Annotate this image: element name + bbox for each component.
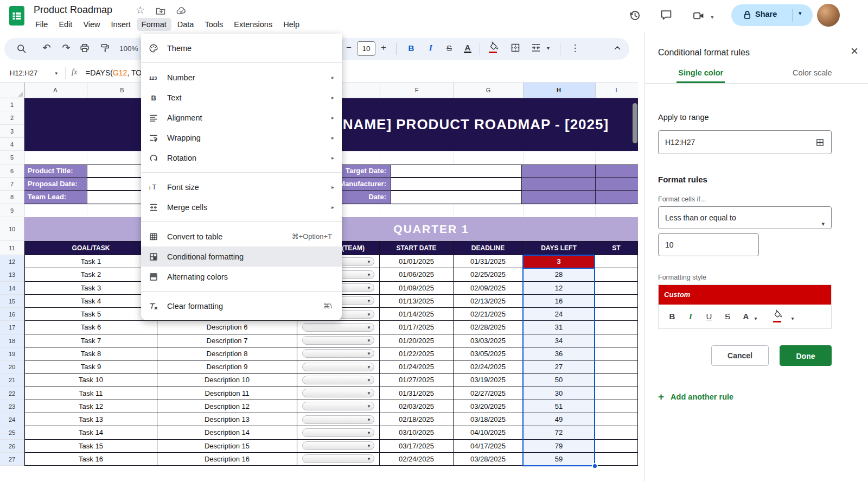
deadline-cell[interactable]: 03/05/2025 [454,347,523,360]
days-left-cell[interactable]: 12 [523,282,595,295]
share-menu-caret-icon[interactable]: ▾ [799,10,802,17]
close-icon[interactable]: × [851,45,858,58]
deadline-cell[interactable]: 03/03/2025 [454,334,523,347]
row-header-9[interactable]: 9 [0,204,24,217]
deadline-cell[interactable]: 02/13/2025 [454,295,523,308]
start-date-cell[interactable]: 01/17/2025 [380,321,454,334]
fill-color-caret-icon[interactable]: ▾ [787,313,799,325]
task-cell[interactable]: Task 3 [24,282,157,295]
start-date-cell[interactable]: 03/10/2025 [380,426,454,439]
text-color-icon[interactable]: A [461,43,474,56]
team-cell[interactable]: ▼ [297,413,380,426]
row-header-11[interactable]: 11 [0,241,24,255]
deadline-cell[interactable]: 03/28/2025 [454,453,523,466]
menu-tools[interactable]: Tools [200,18,228,31]
format-menu-item-font-size[interactable]: tTFont size▸ [141,177,342,197]
row-header-8[interactable]: 8 [0,191,24,204]
zoom-control[interactable]: 100% [119,45,138,53]
status-cell[interactable] [595,347,638,360]
team-dropdown[interactable]: ▼ [302,323,374,332]
days-left-cell[interactable]: 51 [523,400,595,413]
team-cell[interactable]: ▼ [297,374,380,387]
task-cell[interactable]: Task 15 [24,440,157,453]
days-left-cell[interactable]: 3 [523,255,595,268]
start-date-cell[interactable]: 01/22/2025 [380,347,454,360]
name-box[interactable]: H12:H27 ▾ [4,66,61,80]
borders-icon[interactable] [510,42,523,55]
undo-icon[interactable]: ↶ [40,42,53,55]
task-cell[interactable]: Task 13 [24,413,157,426]
task-cell[interactable]: Task 4 [24,295,157,308]
condition-value-input[interactable]: 10 [658,233,759,256]
table-header-days-left[interactable]: DAYS LEFT [523,241,595,255]
format-menu-item-alignment[interactable]: Alignment▸ [141,107,342,128]
star-icon[interactable]: ☆ [136,5,145,16]
team-cell[interactable]: ▼ [297,334,380,347]
team-dropdown[interactable]: ▼ [302,363,374,371]
row-header-19[interactable]: 19 [0,347,24,360]
table-header-start-date[interactable]: START DATE [380,241,454,255]
text-color-caret-icon[interactable]: ▾ [750,313,762,325]
format-menu-item-alternating-colors[interactable]: Alternating colors [141,267,342,287]
row-header-26[interactable]: 26 [0,440,24,453]
row-header-14[interactable]: 14 [0,282,24,295]
description-cell[interactable]: Description 14 [157,426,297,439]
format-menu-item-convert-to-table[interactable]: Convert to table⌘+Option+T [141,226,342,246]
cancel-button[interactable]: Cancel [711,345,769,366]
deadline-cell[interactable]: 02/24/2025 [454,360,523,374]
days-left-cell[interactable]: 31 [523,321,595,334]
team-dropdown[interactable]: ▼ [302,349,374,358]
description-cell[interactable]: Description 13 [157,413,297,426]
move-folder-icon[interactable] [155,6,166,17]
format-menu-item-theme[interactable]: Theme [141,38,342,58]
format-menu-item-wrapping[interactable]: Wrapping▸ [141,128,342,148]
start-date-cell[interactable]: 01/14/2025 [380,308,454,321]
table-header-goal-task[interactable]: GOAL/TASK [24,241,157,255]
task-cell[interactable]: Task 7 [24,334,157,347]
fill-handle[interactable] [592,463,598,469]
status-cell[interactable] [595,255,638,268]
team-dropdown[interactable]: ▼ [302,415,374,424]
strikethrough-icon[interactable]: S [722,311,733,322]
row-header-25[interactable]: 25 [0,426,24,439]
paint-format-icon[interactable] [100,43,113,56]
row-header-6[interactable]: 6 [0,164,24,178]
deadline-cell[interactable]: 02/27/2025 [454,387,523,400]
col-header-H[interactable]: H [551,83,567,98]
fill-color-icon[interactable] [773,309,784,321]
status-cell[interactable] [595,453,638,466]
col-header-B[interactable]: B [114,83,130,98]
row-header-7[interactable]: 7 [0,178,24,191]
col-header-I[interactable]: I [608,83,624,98]
days-left-cell[interactable]: 27 [523,360,595,374]
team-dropdown[interactable]: ▼ [302,441,374,450]
days-left-cell[interactable]: 34 [523,334,595,347]
row-header-4[interactable]: 4 [0,138,24,151]
description-cell[interactable]: Description 15 [157,440,297,453]
start-date-cell[interactable]: 01/20/2025 [380,334,454,347]
name-box-caret-icon[interactable]: ▾ [55,66,58,80]
deadline-cell[interactable]: 03/19/2025 [454,374,523,387]
table-header-deadline[interactable]: DEADLINE [454,241,523,255]
days-left-cell[interactable]: 28 [523,268,595,281]
font-size-input[interactable]: 10 [357,41,375,56]
description-cell[interactable]: Description 16 [157,453,297,466]
row-header-3[interactable]: 3 [0,125,24,138]
deadline-cell[interactable]: 04/10/2025 [454,426,523,439]
info-input-cell[interactable] [391,178,522,191]
font-increase-icon[interactable]: + [381,42,386,53]
status-cell[interactable] [595,282,638,295]
team-cell[interactable]: ▼ [297,453,380,466]
team-cell[interactable]: ▼ [297,347,380,360]
format-menu-item-merge-cells[interactable]: Merge cells▸ [141,197,342,217]
task-cell[interactable]: Task 6 [24,321,157,334]
row-header-16[interactable]: 16 [0,308,24,321]
status-cell[interactable] [595,308,638,321]
row-header-23[interactable]: 23 [0,400,24,413]
condition-select[interactable]: Less than or equal to ▾ [658,206,832,229]
task-cell[interactable]: Task 2 [24,268,157,281]
task-cell[interactable]: Task 16 [24,453,157,466]
start-date-cell[interactable]: 02/24/2025 [380,453,454,466]
font-decrease-icon[interactable]: − [346,42,352,53]
format-menu-item-conditional-formatting[interactable]: Conditional formatting [141,246,342,267]
